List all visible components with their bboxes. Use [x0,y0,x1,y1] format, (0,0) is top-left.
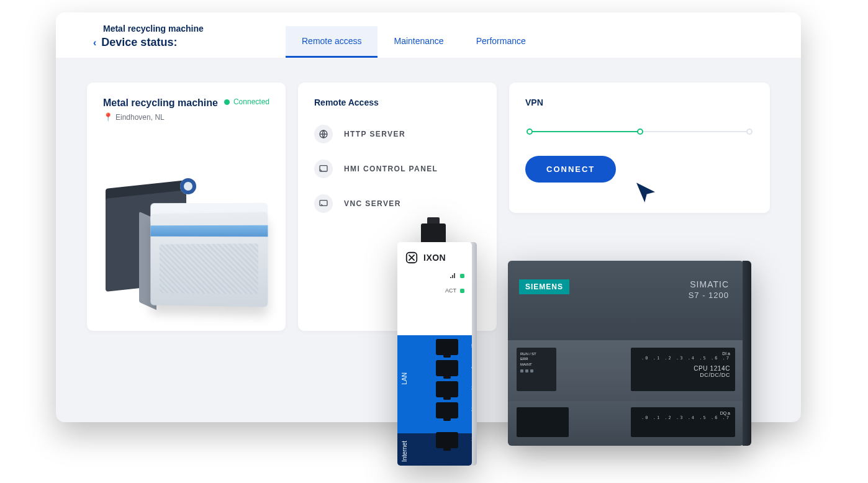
page-title: Device status: [101,36,177,49]
router-lan-label: LAN [401,372,408,384]
remote-access-title: Remote Access [314,97,481,107]
remote-item-vnc[interactable]: VNC SERVER [314,194,481,213]
remote-item-label: VNC SERVER [344,199,401,208]
status-dot-icon [224,99,230,105]
vpn-card: VPN CONNECT [509,83,770,213]
vpn-step-2-icon [637,129,643,135]
status-label: Connected [233,97,269,106]
plc-port-cover [517,407,569,437]
router-ports: 5 4 3 2 1 [436,339,466,453]
tabs: Remote access Maintenance Performance [286,26,542,58]
router-act-led: ACT [405,287,464,294]
location-pin-icon: 📍 [103,112,113,122]
svg-rect-2 [320,201,327,206]
remote-item-hmi[interactable]: HMI CONTROL PANEL [314,160,481,178]
globe-icon [314,125,333,143]
cast-icon [314,160,333,178]
tab-maintenance[interactable]: Maintenance [377,26,459,58]
plc-brand: SIEMENS [519,279,569,294]
header: Metal recycling machine ‹ Device status:… [56,12,801,58]
remote-item-label: HTTP SERVER [344,130,405,138]
machine-card: Metal recycling machine 📍 Eindhoven, NL … [87,83,286,331]
machine-image [99,182,273,318]
vpn-title: VPN [525,97,754,107]
location-text: Eindhoven, NL [115,113,165,122]
machine-location: 📍 Eindhoven, NL [103,112,218,122]
plc-dq-strip: DQ a .0 .1 .2 .3 .4 .5 .6 .7 [631,407,735,437]
vpn-progress [525,129,754,135]
back-button[interactable]: ‹ [93,37,96,48]
machine-name: Metal recycling machine [103,97,218,109]
screen-icon [314,194,333,213]
router-internet-label: Internet [401,441,408,462]
router-signal-led [405,273,464,279]
plc-status-panel: RUN / ST ERR MAINT [517,348,556,391]
plc-device: SIEMENS SIMATIC S7 - 1200 RUN / ST ERR M… [508,261,744,453]
connect-button[interactable]: CONNECT [525,156,616,183]
router-device: IXON ACT LAN Internet 5 4 3 2 1 [397,223,477,472]
plc-cpu-label: CPU 1214C DC/DC/DC [694,365,730,378]
status-badge: Connected [224,97,269,106]
plc-model: SIMATIC S7 - 1200 [689,279,729,300]
ixon-logo-icon [405,251,418,264]
vpn-step-3-icon [746,129,753,135]
tab-performance[interactable]: Performance [460,26,542,58]
router-brand: IXON [423,253,446,263]
tab-remote-access[interactable]: Remote access [286,26,377,58]
remote-item-label: HMI CONTROL PANEL [344,165,438,173]
vpn-step-1-icon [527,129,533,135]
remote-item-http[interactable]: HTTP SERVER [314,125,481,143]
cursor-icon [633,181,658,205]
